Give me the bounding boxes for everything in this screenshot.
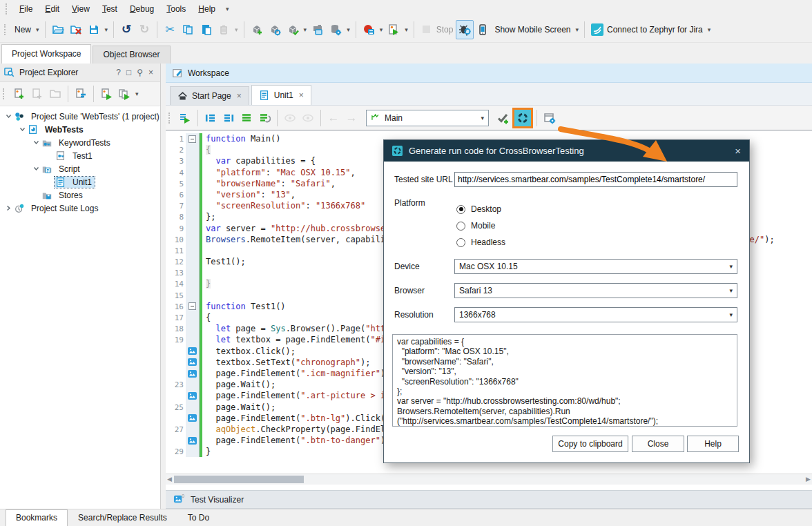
routine-combo[interactable]: Main▾ (366, 110, 489, 126)
new-button[interactable]: New (12, 20, 34, 39)
run-suite-dropdown-icon[interactable]: ▾ (133, 90, 141, 97)
cut-button[interactable]: ✂ (161, 20, 179, 39)
editor-tab-unit1[interactable]: Unit1× (251, 85, 311, 105)
stores-button[interactable] (327, 20, 345, 39)
platform-radio-desktop[interactable]: Desktop (456, 204, 501, 214)
tested-site-url-input[interactable] (454, 172, 737, 187)
visualizer-frame-icon[interactable] (186, 413, 199, 424)
radio-checked-icon[interactable] (456, 205, 465, 214)
menu-file[interactable]: File (13, 2, 39, 16)
run-block-right-button[interactable] (220, 108, 238, 128)
maximize-icon[interactable]: □ (124, 68, 134, 77)
undo-button[interactable]: ↺ (117, 20, 135, 39)
menu-help[interactable]: Help (192, 2, 222, 16)
close-icon[interactable]: × (735, 145, 741, 157)
scroll-left-icon[interactable]: ◀ (167, 476, 172, 483)
tree-expander-icon[interactable] (18, 126, 27, 133)
help-icon[interactable]: ? (113, 68, 124, 77)
tree-item-project-suite-webtests-1-project[interactable]: Project Suite 'WebTests' (1 project) (0, 110, 160, 123)
run-revert-button[interactable] (255, 108, 273, 128)
menu-view[interactable]: View (66, 2, 96, 16)
copy-button[interactable] (179, 20, 197, 39)
add-object-button[interactable] (248, 20, 266, 39)
show-mobile-screen-button[interactable]: Show Mobile Screen (492, 20, 573, 39)
tree-expander-icon[interactable] (4, 205, 13, 211)
tree-expander-icon[interactable] (32, 166, 41, 172)
menu-test[interactable]: Test (96, 2, 124, 16)
tab-project-workspace[interactable]: Project Workspace (1, 44, 91, 64)
menu-overflow-icon[interactable]: ▾ (222, 6, 233, 12)
record-button[interactable] (360, 20, 378, 39)
browser-select[interactable]: Safari 13 ▾ (454, 283, 737, 298)
tree-item-unit1[interactable]: Unit1 (0, 175, 160, 188)
save-button[interactable] (85, 20, 103, 39)
run-routine-button[interactable] (176, 108, 194, 128)
visualizer-frame-icon[interactable] (186, 368, 199, 379)
run-project-button[interactable] (97, 84, 115, 104)
new-dropdown-icon[interactable]: ▾ (34, 26, 41, 33)
mobile-screen-button[interactable] (474, 20, 492, 39)
checkpoint-button[interactable] (284, 20, 302, 39)
tree-item-stores[interactable]: Stores (0, 188, 160, 202)
checkpoint-dropdown-icon[interactable]: ▾ (302, 26, 309, 33)
tree-item-webtests[interactable]: WebTests (0, 123, 160, 136)
bottom-tab-bookmarks[interactable]: Bookmarks (6, 509, 68, 526)
menu-edit[interactable]: Edit (39, 2, 66, 16)
horizontal-scrollbar[interactable]: ◀ ▶ (166, 474, 812, 485)
bottom-tab-to-do[interactable]: To Do (177, 509, 220, 526)
tree-item-keywordtests[interactable]: KeywordTests (0, 136, 160, 149)
stores-dropdown-icon[interactable]: ▾ (345, 26, 352, 33)
editor-options-button[interactable] (541, 108, 559, 128)
tree-item-test1[interactable]: Test1 (0, 149, 160, 162)
visualizer-frame-icon[interactable] (186, 346, 199, 357)
fold-collapse-icon[interactable] (186, 133, 199, 144)
debug-button[interactable] (456, 20, 474, 39)
open-button[interactable] (49, 20, 67, 39)
scrollbar-thumb[interactable] (174, 476, 304, 483)
generated-code-preview[interactable]: var capabilities = { "platform": "Mac OS… (392, 334, 737, 427)
close-icon[interactable]: × (146, 68, 156, 77)
close-icon[interactable]: × (299, 90, 304, 100)
region-checkpoint-button[interactable] (309, 20, 327, 39)
visualizer-frame-icon[interactable] (186, 390, 199, 401)
resolution-select[interactable]: 1366x768 ▾ (454, 307, 737, 322)
close-button[interactable]: Close (632, 436, 684, 452)
dialog-title-bar[interactable]: Generate run code for CrossBrowserTestin… (384, 140, 749, 162)
chevron-down-icon[interactable]: ▾ (729, 311, 733, 318)
tab-object-browser[interactable]: Object Browser (93, 46, 170, 64)
zephyr-connect-dropdown-icon[interactable]: ▾ (706, 26, 713, 33)
device-select[interactable]: Mac OSX 10.15 ▾ (454, 259, 737, 274)
chevron-down-icon[interactable]: ▾ (729, 287, 733, 294)
editor-tab-start-page[interactable]: Start Page× (170, 86, 249, 105)
close-icon[interactable]: × (237, 91, 242, 101)
run-button[interactable] (385, 20, 403, 39)
zephyr-connect-button[interactable]: Connect to Zephyr for Jira (588, 20, 706, 39)
run-all-lines-button[interactable] (238, 108, 255, 128)
help-button[interactable]: Help (687, 436, 739, 452)
pin-icon[interactable]: ⚲ (134, 68, 146, 77)
add-new-item-button[interactable] (10, 84, 28, 104)
copy-to-clipboard-button[interactable]: Copy to clipboard (552, 436, 628, 452)
save-dropdown-icon[interactable]: ▾ (103, 26, 110, 33)
menu-tools[interactable]: Tools (160, 2, 192, 16)
add-check-button[interactable] (494, 108, 512, 128)
paste-button[interactable] (197, 20, 215, 39)
map-object-button[interactable] (266, 20, 284, 39)
platform-radio-headless[interactable]: Headless (456, 237, 505, 247)
radio-unchecked-icon[interactable] (456, 238, 465, 247)
test-visualizer-bar[interactable]: 0 Test Visualizer (166, 490, 812, 509)
run-block-left-button[interactable] (202, 108, 220, 128)
chevron-down-icon[interactable]: ▾ (729, 263, 733, 270)
run-suite-button[interactable] (115, 84, 133, 104)
fold-collapse-icon[interactable] (186, 301, 199, 312)
panel-splitter[interactable] (161, 64, 166, 509)
show-mobile-screen-dropdown-icon[interactable]: ▾ (573, 26, 581, 33)
run-dropdown-icon[interactable]: ▾ (403, 26, 410, 33)
tree-item-project-suite-logs[interactable]: Project Suite Logs (0, 202, 160, 215)
organize-tests-button[interactable] (72, 84, 90, 104)
chevron-down-icon[interactable]: ▾ (481, 115, 484, 121)
cbt-generate-button[interactable] (512, 108, 533, 128)
tree-item-script[interactable]: Script (0, 162, 160, 175)
visualizer-frame-icon[interactable] (186, 435, 199, 446)
close-file-button[interactable] (67, 20, 85, 39)
